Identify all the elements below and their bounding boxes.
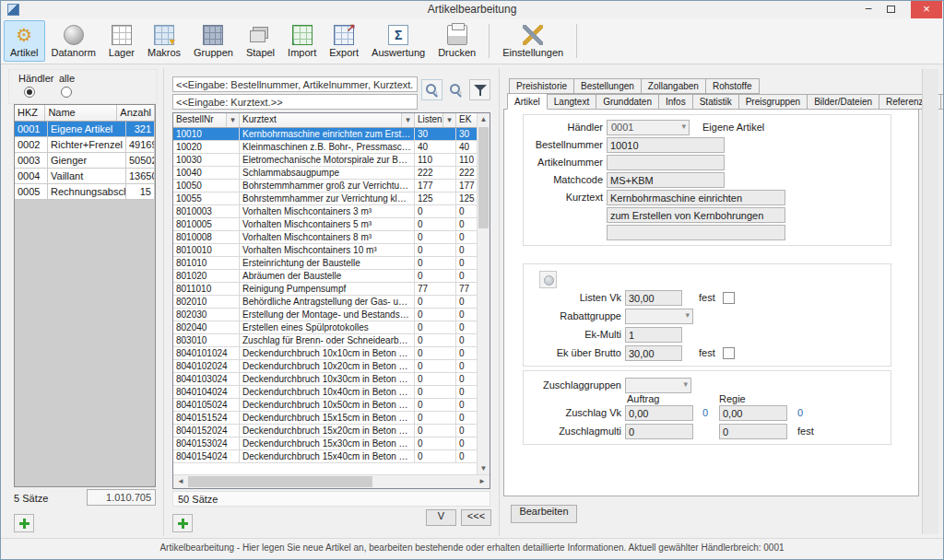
search-input-kurztext[interactable] (172, 94, 418, 110)
column-header-hkz[interactable]: HKZ (15, 105, 45, 121)
article-row[interactable]: 802040 Erstellen eines Spülprotokolles 0… (173, 321, 478, 334)
dealer-row[interactable]: 0002 Richter+Frenzel 491691 (15, 137, 155, 153)
scroll-right-icon[interactable]: ► (477, 475, 488, 488)
column-filter-icon[interactable] (402, 113, 415, 127)
listen-vk-field[interactable] (625, 290, 682, 306)
dealer-row[interactable]: 0003 Gienger 505028 (15, 153, 155, 169)
detail-tab[interactable]: Grunddaten (596, 94, 659, 110)
toolbar-button-stapel[interactable]: Stapel (240, 20, 281, 62)
article-row[interactable]: 801010 Ersteinrichtung der Baustelle 0 0 (173, 257, 478, 270)
toolbar-button-import[interactable]: Import (281, 20, 323, 62)
radio-haendler[interactable] (24, 87, 35, 98)
column-header-name[interactable]: Name (45, 105, 117, 121)
article-row[interactable]: 10010 Kernbohrmaschine einrichten zum Er… (173, 128, 478, 141)
column-header-listenvk[interactable]: ListenVk (415, 113, 443, 127)
zuschlagmulti-auftrag-field[interactable] (625, 424, 693, 439)
add-article-button[interactable] (172, 514, 193, 532)
toolbar-button-export[interactable]: Export (323, 20, 365, 62)
bestellnummer-field[interactable] (607, 137, 725, 153)
scrollbar-thumb[interactable] (188, 476, 372, 487)
dealer-row[interactable]: 0001 Eigene Artikel 321 (15, 122, 155, 137)
artikelnummer-field[interactable] (607, 155, 725, 170)
detail-tab[interactable]: Bilder/Dateien (807, 94, 879, 110)
toolbar-button-auswertung[interactable]: Σ Auswertung (365, 20, 431, 62)
zuschlag-vk-regie-field[interactable] (719, 405, 787, 421)
article-row[interactable]: 10050 Bohrstemmhammer groß zur Verrichtu… (173, 180, 478, 192)
add-dealer-button[interactable] (14, 514, 34, 532)
minimize-button[interactable]: – (858, 1, 879, 18)
detail-tab[interactable]: Infos (658, 94, 693, 110)
toolbar-button-artikel[interactable]: ⚙ Artikel (4, 20, 45, 62)
article-row[interactable]: 8040104024 Deckendurchbruch 10x40cm in B… (173, 386, 478, 399)
detail-tab[interactable]: Unterartikel (940, 94, 944, 110)
kurztext-field-3[interactable] (607, 225, 785, 240)
article-row[interactable]: 10020 Kleinmaschinen z.B. Bohr-, Pressma… (173, 141, 478, 154)
column-filter-icon[interactable] (227, 113, 240, 127)
scroll-down-icon[interactable]: ▼ (478, 462, 490, 475)
kurztext-field-1[interactable] (607, 190, 785, 205)
detail-tab[interactable]: Rohstoffe (705, 78, 760, 94)
scroll-up-icon[interactable]: ▲ (478, 113, 490, 126)
article-row[interactable]: 801020 Abräumen der Baustelle 0 0 (173, 270, 478, 283)
detail-tab[interactable]: Statistik (692, 94, 739, 110)
article-row[interactable]: 8040105024 Deckendurchbruch 10x50cm in B… (173, 399, 478, 412)
article-row[interactable]: 8040151524 Deckendurchbruch 15x15cm in B… (173, 412, 478, 425)
column-header-bestellnr[interactable]: BestellNr (173, 113, 227, 127)
search-input-main[interactable] (172, 76, 418, 92)
column-filter-icon[interactable] (443, 113, 456, 127)
zuschlag-vk-auftrag-field[interactable] (625, 405, 693, 421)
rabattgruppe-select[interactable] (625, 309, 693, 324)
zuschlagmulti-regie-field[interactable] (719, 424, 787, 439)
article-row[interactable]: 8040152024 Deckendurchbruch 15x20cm in B… (173, 425, 478, 438)
detail-tab[interactable]: Zollangaben (641, 78, 706, 94)
article-row[interactable]: 8011010 Reinigung Pumpensumpf 77 77 (173, 283, 478, 296)
vertical-scrollbar[interactable]: ▲ ▼ (477, 113, 490, 475)
article-row[interactable]: 803010 Zuschlag für Brenn- oder Schneide… (173, 334, 478, 347)
detail-tab[interactable]: Bestellungen (573, 78, 642, 94)
maximize-button[interactable] (880, 1, 901, 18)
toolbar-button-lager[interactable]: Lager (102, 20, 141, 62)
search-down-button[interactable]: ↓ (421, 79, 442, 100)
toolbar-button-einstellungen[interactable]: Einstellungen (496, 20, 570, 62)
article-row[interactable]: 10055 Bohrstemmhammer zur Verrichtung kl… (173, 192, 478, 205)
v-button[interactable]: V (426, 509, 456, 526)
column-header-kurztext[interactable]: Kurztext (240, 113, 402, 127)
article-row[interactable]: 8040103024 Deckendurchbruch 10x30cm in B… (173, 373, 478, 386)
ek-multi-field[interactable] (625, 327, 682, 343)
toolbar-button-datanorm[interactable]: Datanorm (45, 20, 102, 62)
scroll-left-icon[interactable]: ◄ (175, 475, 186, 488)
detail-tab[interactable]: Artikel (507, 93, 548, 110)
matchcode-field[interactable] (607, 172, 725, 188)
dealer-row[interactable]: 0004 Vaillant 13650 (15, 169, 155, 184)
dealer-row[interactable]: 0005 Rechnungsabschluss 15 (15, 184, 155, 200)
article-row[interactable]: 8040153024 Deckendurchbruch 15x30cm in B… (173, 438, 478, 450)
haendler-select[interactable]: 0001 (607, 120, 690, 135)
search-up-button[interactable]: ↑ (445, 79, 466, 100)
article-row[interactable]: 8040102024 Deckendurchbruch 10x20cm in B… (173, 360, 478, 373)
horizontal-scrollbar[interactable]: ◄ ► (173, 474, 490, 488)
detail-tab[interactable]: Preisgruppen (738, 94, 808, 110)
currency-icon-button[interactable] (539, 271, 557, 288)
article-row[interactable]: 8010010 Vorhalten Mischcontainers 10 m³ … (173, 244, 478, 257)
article-row[interactable]: 8010005 Vorhalten Mischcontainers 5 m³ 0… (173, 218, 478, 231)
article-row[interactable]: 8040101024 Deckendurchbruch 10x10cm in B… (173, 347, 478, 360)
fest-checkbox-listen[interactable] (723, 292, 735, 304)
detail-tab[interactable]: Preishistorie (509, 78, 574, 94)
toolbar-button-drucken[interactable]: Drucken (431, 20, 482, 62)
ek-brutto-field[interactable] (625, 345, 682, 361)
collapse-panel-button[interactable]: <<< (461, 509, 491, 526)
column-header-ek[interactable]: EK (456, 113, 478, 127)
detail-tab[interactable]: Langtext (547, 94, 596, 110)
fest-checkbox-brutto[interactable] (723, 347, 735, 359)
article-row[interactable]: 802010 Behördliche Antragstellung der Ga… (173, 296, 478, 309)
article-row[interactable]: 802030 Erstellung der Montage- und Besta… (173, 309, 478, 321)
close-button[interactable]: × (911, 1, 942, 18)
radio-alle[interactable] (61, 87, 72, 98)
kurztext-field-2[interactable] (607, 207, 785, 223)
article-row[interactable]: 10040 Schlammabsaugpumpe 222 222 (173, 167, 478, 180)
article-row[interactable]: 10030 Eletromechanische Motorspirale zur… (173, 154, 478, 167)
article-row[interactable]: 8010008 Vorhalten Mischcontainers 8 m³ 0… (173, 231, 478, 244)
article-row[interactable]: 8010003 Vorhalten Mischcontainers 3 m³ 0… (173, 205, 478, 218)
column-header-anzahl[interactable]: Anzahl (117, 105, 155, 121)
scrollbar-thumb[interactable] (478, 127, 489, 228)
